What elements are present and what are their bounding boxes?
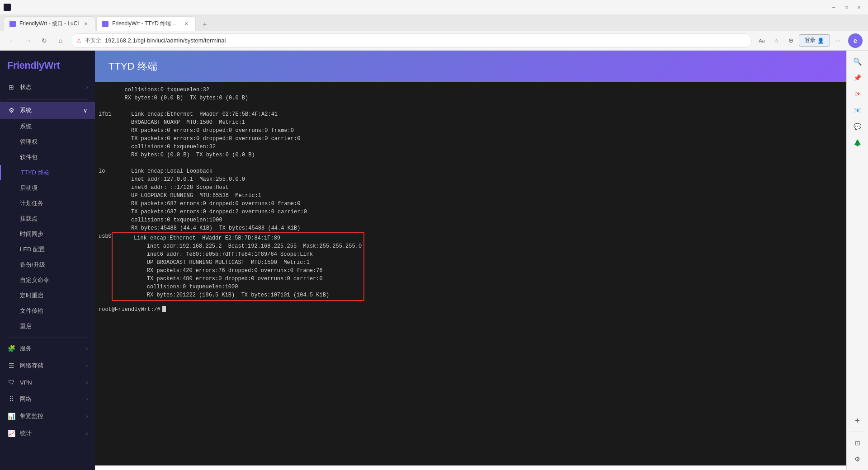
terminal-cursor xyxy=(162,306,166,312)
sidebar: FriendlyWrt ⊞ 状态 › ⚙ 系统 ∨ 系统 xyxy=(0,51,95,470)
ext-chat-button[interactable]: 💬 xyxy=(850,119,865,134)
mount-sub-label: 挂载点 xyxy=(20,215,38,223)
collections-button[interactable]: ⊕ xyxy=(784,34,797,47)
chart-icon: 📊 xyxy=(7,413,15,420)
more-button[interactable]: ··· xyxy=(832,34,844,47)
nas-label: 网络存储 xyxy=(20,362,82,370)
ext-collections-button[interactable]: 🛍 xyxy=(850,87,865,101)
sidebar-sub-led[interactable]: LED 配置 xyxy=(0,242,95,257)
sidebar-sub-backup[interactable]: 备份/升级 xyxy=(0,257,95,273)
sidebar-item-stats[interactable]: 📈 统计 › xyxy=(0,425,95,442)
services-arrow: › xyxy=(86,346,88,351)
custom-sub-label: 自定义命令 xyxy=(20,276,49,284)
terminal-highlighted-block: Link encap:Ethernet HWaddr E2:5B:7D:84:1… xyxy=(112,232,364,301)
user-icon: 👤 xyxy=(817,38,824,44)
minimize-button[interactable]: ─ xyxy=(828,2,839,13)
refresh-button[interactable]: ↻ xyxy=(38,34,51,47)
sidebar-item-bandwidth[interactable]: 📊 带宽监控 › xyxy=(0,408,95,425)
brand: FriendlyWrt xyxy=(0,51,95,79)
sidebar-sub-reboot[interactable]: 重启 xyxy=(0,319,95,334)
forward-button[interactable]: → xyxy=(22,34,34,47)
sidebar-sub-scheduled[interactable]: 定时重启 xyxy=(0,288,95,303)
window-controls: ─ □ ✕ xyxy=(828,2,864,13)
section-system: ⚙ 系统 ∨ 系统 管理权 软件包 TTYD 终端 启动项 xyxy=(0,102,95,334)
tab-strip: FriendlyWrt - 接口 - LuCl ✕ FriendlyWrt - … xyxy=(0,14,868,31)
sidebar-sub-system[interactable]: 系统 xyxy=(0,119,95,134)
sidebar-sub-custom[interactable]: 自定义命令 xyxy=(0,273,95,288)
tab-1-close[interactable]: ✕ xyxy=(82,20,90,28)
terminal-highlighted-row: usb0 Link encap:Ethernet HWaddr E2:5B:7D… xyxy=(99,232,843,301)
network-label: 网络 xyxy=(20,395,82,403)
maximize-button[interactable]: □ xyxy=(841,2,852,13)
sidebar-item-system[interactable]: ⚙ 系统 ∨ xyxy=(0,102,95,119)
ext-divider xyxy=(850,432,865,432)
sidebar-sub-cron[interactable]: 计划任务 xyxy=(0,196,95,211)
sidebar-item-nas[interactable]: ☰ 网络存储 › xyxy=(0,357,95,374)
sidebar-item-services[interactable]: 🧩 服务 › xyxy=(0,340,95,357)
system-label: 系统 xyxy=(20,106,79,114)
sidebar-item-network[interactable]: ⠿ 网络 › xyxy=(0,390,95,408)
url-bar[interactable]: ⚠ 不安全 192.168.2.1/cgi-bin/luci/admin/sys… xyxy=(71,33,752,48)
close-button[interactable]: ✕ xyxy=(854,2,864,13)
sidebar-item-vpn[interactable]: 🛡 VPN › xyxy=(0,374,95,390)
sidebar-sub-ntp[interactable]: 时间同步 xyxy=(0,226,95,242)
startup-sub-label: 启动项 xyxy=(20,184,38,192)
divider-1 xyxy=(7,99,88,100)
cron-sub-label: 计划任务 xyxy=(20,199,43,207)
stats-icon: 📈 xyxy=(7,430,15,437)
backup-sub-label: 备份/升级 xyxy=(20,261,45,269)
status-label: 状态 xyxy=(20,83,82,91)
filetransfer-sub-label: 文件传输 xyxy=(20,307,43,315)
system-arrow: ∨ xyxy=(83,107,88,114)
login-label: 登录 xyxy=(805,37,816,44)
bandwidth-arrow: › xyxy=(86,414,88,419)
network-arrow: › xyxy=(86,397,88,402)
page-content: FriendlyWrt ⊞ 状态 › ⚙ 系统 ∨ 系统 xyxy=(0,51,846,470)
sidebar-sub-packages[interactable]: 软件包 xyxy=(0,150,95,165)
system-sub-label: 系统 xyxy=(20,122,32,131)
stats-arrow: › xyxy=(86,431,88,436)
browser-icon xyxy=(4,4,11,11)
scheduled-sub-label: 定时重启 xyxy=(20,291,43,300)
address-bar: ← → ↻ ⌂ ⚠ 不安全 192.168.2.1/cgi-bin/luci/a… xyxy=(0,31,868,51)
ext-tree-button[interactable]: 🌲 xyxy=(850,136,865,150)
brand-text: FriendlyWrt xyxy=(7,60,60,71)
main-layout: FriendlyWrt ⊞ 状态 › ⚙ 系统 ∨ 系统 xyxy=(0,51,868,470)
edge-icon[interactable]: e xyxy=(848,33,863,48)
sidebar-sub-filetransfer[interactable]: 文件传输 xyxy=(0,303,95,319)
back-button[interactable]: ← xyxy=(5,34,18,47)
new-tab-button[interactable]: + xyxy=(198,18,211,31)
terminal-container[interactable]: collisions:0 txqueuelen:32 RX bytes:0 (0… xyxy=(95,82,846,465)
sidebar-item-status[interactable]: ⊞ 状态 › xyxy=(0,79,95,96)
url-text: 192.168.2.1/cgi-bin/luci/admin/system/te… xyxy=(105,37,746,44)
ext-favorites-button[interactable]: 📌 xyxy=(850,70,865,85)
sidebar-sub-mount[interactable]: 挂载点 xyxy=(0,211,95,226)
tab-2[interactable]: FriendlyWrt - TTYD 终端 - LuCl ✕ xyxy=(96,16,196,31)
sidebar-sub-ttyd[interactable]: TTYD 终端 xyxy=(0,165,95,180)
tab-2-close[interactable]: ✕ xyxy=(183,20,190,28)
security-label: 不安全 xyxy=(85,37,101,44)
read-mode-button[interactable]: Aa xyxy=(755,34,768,47)
tab-1[interactable]: FriendlyWrt - 接口 - LuCl ✕ xyxy=(4,16,95,31)
database-icon: ☰ xyxy=(7,362,15,369)
ext-outlook-button[interactable]: 📧 xyxy=(850,103,865,118)
home-button[interactable]: ⌂ xyxy=(54,34,67,47)
page-title: TTYD 终端 xyxy=(108,60,833,73)
ext-add-button[interactable]: + xyxy=(850,414,865,428)
ext-search-button[interactable]: 🔍 xyxy=(850,54,865,69)
network-icon: ⠿ xyxy=(7,395,15,403)
stats-label: 统计 xyxy=(20,429,82,437)
sidebar-sub-startup[interactable]: 启动项 xyxy=(0,180,95,196)
grid-icon: ⊞ xyxy=(7,84,15,91)
ext-sidebar-button[interactable]: ⊡ xyxy=(850,436,865,450)
terminal-output-before: collisions:0 txqueuelen:32 RX bytes:0 (0… xyxy=(99,86,843,232)
puzzle-icon: 🧩 xyxy=(7,345,15,352)
reboot-sub-label: 重启 xyxy=(20,322,32,330)
gear-icon: ⚙ xyxy=(7,107,15,114)
bandwidth-label: 带宽监控 xyxy=(20,412,82,420)
ext-settings-bottom[interactable]: ⚙ xyxy=(850,452,865,466)
favorites-button[interactable]: ☆ xyxy=(770,34,783,47)
sidebar-sub-admin[interactable]: 管理权 xyxy=(0,134,95,150)
status-arrow: › xyxy=(86,85,88,90)
login-button[interactable]: 登录 👤 xyxy=(799,34,830,47)
